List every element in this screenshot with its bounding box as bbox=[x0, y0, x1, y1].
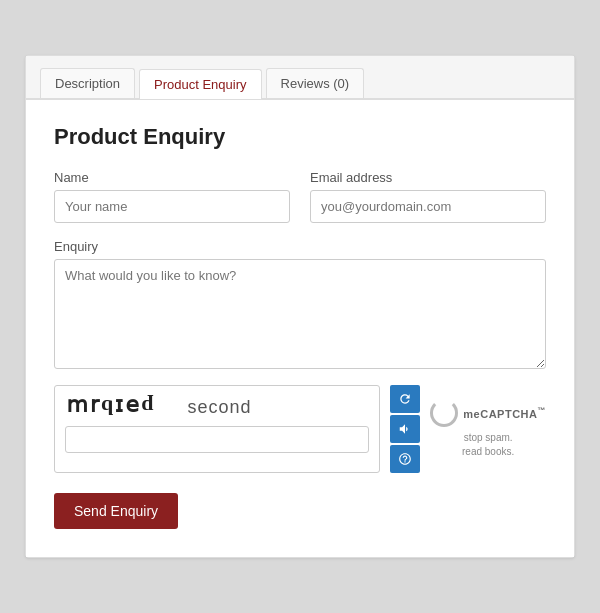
captcha-audio-btn[interactable] bbox=[390, 415, 420, 443]
mecaptcha-tm: ™ bbox=[538, 406, 547, 415]
enquiry-label: Enquiry bbox=[54, 239, 546, 254]
captcha-input[interactable] bbox=[65, 426, 369, 453]
email-input[interactable] bbox=[310, 190, 546, 223]
refresh-icon bbox=[398, 392, 412, 406]
mecaptcha-label: meCAPTCHA™ bbox=[463, 406, 546, 420]
captcha-help-btn[interactable] bbox=[390, 445, 420, 473]
tab-product-enquiry[interactable]: Product Enquiry bbox=[139, 69, 262, 99]
name-group: Name bbox=[54, 170, 290, 223]
mecaptcha-footer: stop spam. read books. bbox=[462, 431, 514, 459]
form-title: Product Enquiry bbox=[54, 124, 546, 150]
send-enquiry-button[interactable]: Send Enquiry bbox=[54, 493, 178, 529]
product-card: Description Product Enquiry Reviews (0) … bbox=[25, 55, 575, 558]
form-content: Product Enquiry Name Email address Enqui… bbox=[26, 99, 574, 557]
tab-reviews[interactable]: Reviews (0) bbox=[266, 68, 365, 98]
email-label: Email address bbox=[310, 170, 546, 185]
mecaptcha-area: meCAPTCHA™ stop spam. read books. bbox=[430, 385, 546, 473]
captcha-wrapper: pəɪbɹɯ second bbox=[54, 385, 380, 473]
enquiry-textarea[interactable] bbox=[54, 259, 546, 369]
captcha-section: pəɪbɹɯ second bbox=[54, 385, 546, 473]
captcha-refresh-btn[interactable] bbox=[390, 385, 420, 413]
name-label: Name bbox=[54, 170, 290, 185]
email-group: Email address bbox=[310, 170, 546, 223]
captcha-word2: second bbox=[187, 397, 251, 418]
name-input[interactable] bbox=[54, 190, 290, 223]
captcha-image-area: pəɪbɹɯ second bbox=[54, 385, 380, 473]
audio-icon bbox=[398, 422, 412, 436]
mecaptcha-logo: meCAPTCHA™ bbox=[430, 399, 546, 427]
name-email-row: Name Email address bbox=[54, 170, 546, 223]
help-icon bbox=[398, 452, 412, 466]
captcha-word1: pəɪbɹɯ bbox=[65, 394, 153, 420]
enquiry-group: Enquiry bbox=[54, 239, 546, 369]
tab-bar: Description Product Enquiry Reviews (0) bbox=[26, 56, 574, 99]
mecaptcha-c-icon bbox=[430, 399, 458, 427]
captcha-controls bbox=[390, 385, 420, 473]
tab-description[interactable]: Description bbox=[40, 68, 135, 98]
